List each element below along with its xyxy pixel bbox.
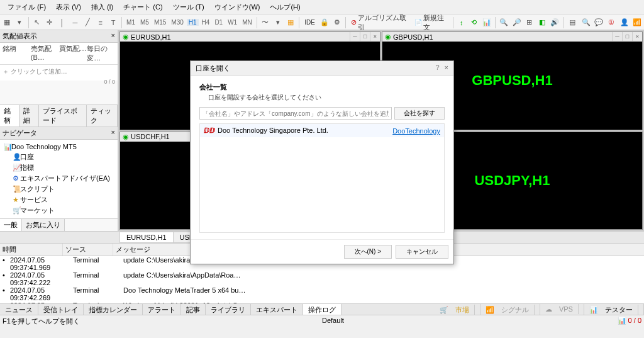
tab-priceboard[interactable]: プライスボード — [39, 105, 87, 127]
maximize-icon[interactable]: □ — [360, 32, 370, 41]
nav-services[interactable]: ★サービス — [3, 194, 115, 205]
tab-journal[interactable]: 操作ログ — [303, 304, 341, 315]
autoscroll-icon[interactable]: ⟲ — [469, 16, 480, 29]
tab-mailbox[interactable]: 受信トレイ — [38, 304, 84, 315]
nav-market[interactable]: 🛒マーケット — [3, 205, 115, 216]
depth-icon[interactable]: ◧ — [536, 16, 548, 29]
crosshair-icon[interactable]: ✛ — [44, 16, 55, 29]
minimize-icon[interactable]: ─ — [350, 32, 360, 41]
company-list: ⅅⅅDoo Technology Singapore Pte. Ltd. Doo… — [199, 123, 445, 233]
company-link[interactable]: DooTechnology — [392, 127, 440, 135]
tab-library[interactable]: ライブラリ — [206, 304, 251, 315]
indicator-icon[interactable]: 📊 — [481, 16, 492, 29]
hline-icon[interactable]: ─ — [69, 16, 80, 29]
chart-tab-eurusd[interactable]: EURUSD,H1 — [119, 232, 174, 243]
tab-alerts[interactable]: アラート — [143, 304, 181, 315]
line-chart-icon[interactable]: 〜 — [260, 16, 271, 29]
menu-insert[interactable]: 挿入 (I) — [86, 1, 118, 13]
zoom-in-icon[interactable]: 🔍 — [498, 16, 509, 29]
network-icon[interactable]: 📶 — [631, 16, 643, 29]
toolbox-tabs: ニュース 受信トレイ 指標カレンダー アラート 記事 ライブラリ エキスパート … — [0, 303, 644, 315]
text-icon[interactable]: T — [108, 16, 119, 29]
nav-experts[interactable]: ⚙エキスパートアドバイザ(EA) — [3, 173, 115, 184]
tile-icon[interactable]: ⊞ — [524, 16, 535, 29]
menu-chart[interactable]: チャート (C) — [118, 1, 167, 13]
tab-details[interactable]: 詳細 — [19, 105, 39, 127]
maximize-icon[interactable]: □ — [622, 32, 632, 41]
close-icon[interactable]: × — [370, 32, 380, 41]
profiles-icon[interactable]: ▾ — [14, 16, 25, 29]
nav-root[interactable]: 📊Doo Technology MT5 — [3, 142, 115, 152]
shift-icon[interactable]: ↕ — [456, 16, 467, 29]
market-watch-columns: 銘柄 売気配(B… 買気配… 毎日の変… — [0, 43, 118, 65]
col-time[interactable]: 時間 — [0, 244, 63, 256]
sb-signal[interactable]: 📶 シグナル — [480, 304, 540, 315]
cursor-icon[interactable]: ↖ — [31, 16, 42, 29]
cancel-button[interactable]: キャンセル — [396, 245, 448, 259]
fibo-icon[interactable]: ≡ — [95, 16, 106, 29]
col-source[interactable]: ソース — [63, 244, 113, 256]
tf-h1[interactable]: H1 — [187, 19, 199, 26]
sb-vps[interactable]: ☁ VPS — [540, 304, 584, 315]
help-icon[interactable]: ? — [435, 64, 439, 71]
close-icon[interactable]: × — [111, 31, 115, 41]
close-icon[interactable]: × — [445, 64, 448, 71]
tf-mn[interactable]: MN — [240, 19, 254, 26]
dialog-subtitle: 口座を開設する会社を選択してください — [199, 92, 445, 107]
expert-icon: ⚙ — [13, 174, 19, 183]
sb-market[interactable]: 🛒 市場 — [435, 304, 480, 315]
tab-general[interactable]: 一般 — [0, 219, 22, 231]
menu-tools[interactable]: ツール (T) — [168, 1, 209, 13]
sound-icon[interactable]: 🔊 — [549, 16, 560, 29]
templates-icon[interactable]: ▦ — [285, 16, 296, 29]
nav-accounts[interactable]: 👤口座 — [3, 152, 115, 162]
tf-m1[interactable]: M1 — [125, 19, 137, 26]
notification-icon[interactable]: ① — [606, 16, 617, 29]
minimize-icon[interactable]: ─ — [612, 32, 622, 41]
chat-icon[interactable]: 💬 — [593, 16, 604, 29]
close-icon[interactable]: × — [111, 128, 115, 138]
chart-type-icon[interactable]: ▾ — [272, 16, 284, 29]
click-to-add[interactable]: ＋ クリックして追加… — [0, 65, 118, 79]
vline-icon[interactable]: │ — [57, 16, 68, 29]
company-item[interactable]: ⅅⅅDoo Technology Singapore Pte. Ltd. Doo… — [200, 124, 444, 137]
menu-view[interactable]: 表示 (V) — [51, 1, 86, 13]
log-row[interactable]: •2024.07.05 09:37:42.269TerminalWindows … — [0, 301, 644, 303]
tf-d1[interactable]: D1 — [213, 19, 225, 26]
new-chart-icon[interactable]: ▦ — [1, 16, 13, 29]
tab-tick[interactable]: ティック — [87, 105, 118, 127]
tab-calendar[interactable]: 指標カレンダー — [84, 304, 143, 315]
tf-m30[interactable]: M30 — [169, 19, 185, 26]
account-icon[interactable]: 👤 — [618, 16, 630, 29]
account-icon: 👤 — [13, 153, 19, 161]
log-row[interactable]: •2024.07.05 09:37:42.222Terminalupdate C… — [0, 271, 644, 286]
options-icon[interactable]: ⚙ — [331, 16, 343, 29]
close-icon[interactable]: × — [632, 32, 642, 41]
trendline-icon[interactable]: ╱ — [82, 16, 93, 29]
menu-window[interactable]: ウインドウ(W) — [209, 1, 265, 13]
menu-file[interactable]: ファイル (F) — [3, 1, 51, 13]
company-search-input[interactable] — [199, 107, 392, 120]
nav-indicators[interactable]: 📈指標 — [3, 162, 115, 173]
tab-symbols[interactable]: 銘柄 — [0, 105, 19, 127]
ide-button[interactable]: IDE — [302, 18, 318, 27]
tab-favorites[interactable]: お気に入り — [22, 219, 65, 231]
menu-help[interactable]: ヘルプ(H) — [265, 1, 305, 13]
log-row[interactable]: •2024.07.05 09:37:42.269TerminalDoo Tech… — [0, 286, 644, 301]
find-company-button[interactable]: 会社を探す — [394, 107, 445, 120]
nav-scripts[interactable]: 📜スクリプト — [3, 184, 115, 194]
tf-m15[interactable]: M15 — [152, 19, 168, 26]
next-button[interactable]: 次へ(N) > — [344, 245, 392, 259]
tab-news[interactable]: ニュース — [0, 304, 38, 315]
tf-w1[interactable]: W1 — [226, 19, 239, 26]
tf-h4[interactable]: H4 — [200, 19, 212, 26]
zoom-out-icon[interactable]: 🔎 — [511, 16, 522, 29]
sb-tester[interactable]: 📊 テスター — [584, 304, 644, 315]
lock-icon[interactable]: 🔒 — [319, 16, 330, 29]
tab-experts[interactable]: エキスパート — [251, 304, 303, 315]
search-icon[interactable]: 🔍 — [580, 16, 592, 29]
tab-articles[interactable]: 記事 — [181, 304, 206, 315]
company-logo-icon: ⅅⅅ — [204, 127, 215, 134]
trade-panel-icon[interactable]: ▤ — [566, 16, 577, 29]
tf-m5[interactable]: M5 — [138, 19, 151, 26]
